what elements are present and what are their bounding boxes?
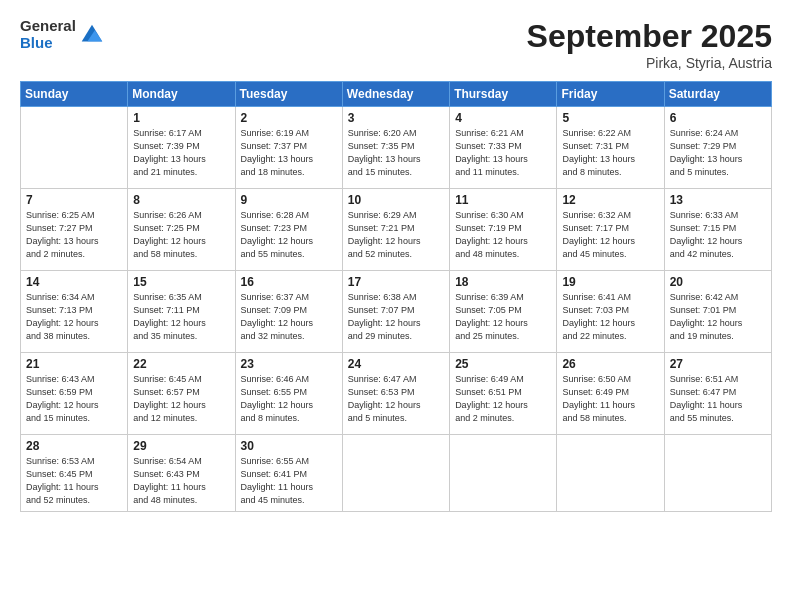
calendar-cell: 16Sunrise: 6:37 AMSunset: 7:09 PMDayligh…: [235, 271, 342, 353]
calendar-cell: 14Sunrise: 6:34 AMSunset: 7:13 PMDayligh…: [21, 271, 128, 353]
calendar-cell: 29Sunrise: 6:54 AMSunset: 6:43 PMDayligh…: [128, 435, 235, 512]
day-number: 13: [670, 193, 766, 207]
day-number: 11: [455, 193, 551, 207]
day-info: Sunrise: 6:35 AMSunset: 7:11 PMDaylight:…: [133, 291, 229, 343]
calendar-cell: 7Sunrise: 6:25 AMSunset: 7:27 PMDaylight…: [21, 189, 128, 271]
day-info: Sunrise: 6:26 AMSunset: 7:25 PMDaylight:…: [133, 209, 229, 261]
calendar-table: SundayMondayTuesdayWednesdayThursdayFrid…: [20, 81, 772, 512]
day-info: Sunrise: 6:21 AMSunset: 7:33 PMDaylight:…: [455, 127, 551, 179]
day-number: 29: [133, 439, 229, 453]
day-number: 24: [348, 357, 444, 371]
calendar-cell: 13Sunrise: 6:33 AMSunset: 7:15 PMDayligh…: [664, 189, 771, 271]
day-number: 2: [241, 111, 337, 125]
weekday-header-tuesday: Tuesday: [235, 82, 342, 107]
day-info: Sunrise: 6:28 AMSunset: 7:23 PMDaylight:…: [241, 209, 337, 261]
calendar-cell: [21, 107, 128, 189]
weekday-header-monday: Monday: [128, 82, 235, 107]
weekday-header-saturday: Saturday: [664, 82, 771, 107]
calendar-week-2: 7Sunrise: 6:25 AMSunset: 7:27 PMDaylight…: [21, 189, 772, 271]
day-number: 26: [562, 357, 658, 371]
day-number: 25: [455, 357, 551, 371]
day-number: 21: [26, 357, 122, 371]
calendar-cell: 4Sunrise: 6:21 AMSunset: 7:33 PMDaylight…: [450, 107, 557, 189]
calendar-cell: 18Sunrise: 6:39 AMSunset: 7:05 PMDayligh…: [450, 271, 557, 353]
header: General Blue September 2025 Pirka, Styri…: [20, 18, 772, 71]
day-number: 22: [133, 357, 229, 371]
calendar-cell: [342, 435, 449, 512]
day-info: Sunrise: 6:39 AMSunset: 7:05 PMDaylight:…: [455, 291, 551, 343]
calendar-header-row: SundayMondayTuesdayWednesdayThursdayFrid…: [21, 82, 772, 107]
calendar-cell: 28Sunrise: 6:53 AMSunset: 6:45 PMDayligh…: [21, 435, 128, 512]
calendar-cell: 6Sunrise: 6:24 AMSunset: 7:29 PMDaylight…: [664, 107, 771, 189]
day-info: Sunrise: 6:37 AMSunset: 7:09 PMDaylight:…: [241, 291, 337, 343]
calendar-cell: 22Sunrise: 6:45 AMSunset: 6:57 PMDayligh…: [128, 353, 235, 435]
location: Pirka, Styria, Austria: [527, 55, 772, 71]
day-number: 8: [133, 193, 229, 207]
day-number: 20: [670, 275, 766, 289]
calendar-cell: 17Sunrise: 6:38 AMSunset: 7:07 PMDayligh…: [342, 271, 449, 353]
calendar-cell: 26Sunrise: 6:50 AMSunset: 6:49 PMDayligh…: [557, 353, 664, 435]
day-number: 4: [455, 111, 551, 125]
day-number: 27: [670, 357, 766, 371]
day-number: 18: [455, 275, 551, 289]
day-info: Sunrise: 6:25 AMSunset: 7:27 PMDaylight:…: [26, 209, 122, 261]
calendar-cell: 19Sunrise: 6:41 AMSunset: 7:03 PMDayligh…: [557, 271, 664, 353]
calendar-cell: 27Sunrise: 6:51 AMSunset: 6:47 PMDayligh…: [664, 353, 771, 435]
day-info: Sunrise: 6:50 AMSunset: 6:49 PMDaylight:…: [562, 373, 658, 425]
day-info: Sunrise: 6:20 AMSunset: 7:35 PMDaylight:…: [348, 127, 444, 179]
day-info: Sunrise: 6:51 AMSunset: 6:47 PMDaylight:…: [670, 373, 766, 425]
calendar-week-3: 14Sunrise: 6:34 AMSunset: 7:13 PMDayligh…: [21, 271, 772, 353]
day-info: Sunrise: 6:49 AMSunset: 6:51 PMDaylight:…: [455, 373, 551, 425]
day-number: 30: [241, 439, 337, 453]
day-info: Sunrise: 6:34 AMSunset: 7:13 PMDaylight:…: [26, 291, 122, 343]
calendar-cell: 2Sunrise: 6:19 AMSunset: 7:37 PMDaylight…: [235, 107, 342, 189]
logo: General Blue: [20, 18, 106, 51]
calendar-cell: 8Sunrise: 6:26 AMSunset: 7:25 PMDaylight…: [128, 189, 235, 271]
day-info: Sunrise: 6:53 AMSunset: 6:45 PMDaylight:…: [26, 455, 122, 507]
calendar-cell: 5Sunrise: 6:22 AMSunset: 7:31 PMDaylight…: [557, 107, 664, 189]
day-number: 19: [562, 275, 658, 289]
logo-text: General Blue: [20, 18, 76, 51]
calendar-week-5: 28Sunrise: 6:53 AMSunset: 6:45 PMDayligh…: [21, 435, 772, 512]
day-number: 7: [26, 193, 122, 207]
weekday-header-wednesday: Wednesday: [342, 82, 449, 107]
title-block: September 2025 Pirka, Styria, Austria: [527, 18, 772, 71]
day-number: 23: [241, 357, 337, 371]
calendar-cell: [450, 435, 557, 512]
calendar-cell: 15Sunrise: 6:35 AMSunset: 7:11 PMDayligh…: [128, 271, 235, 353]
day-number: 28: [26, 439, 122, 453]
calendar-week-1: 1Sunrise: 6:17 AMSunset: 7:39 PMDaylight…: [21, 107, 772, 189]
day-number: 14: [26, 275, 122, 289]
day-info: Sunrise: 6:54 AMSunset: 6:43 PMDaylight:…: [133, 455, 229, 507]
day-number: 6: [670, 111, 766, 125]
weekday-header-sunday: Sunday: [21, 82, 128, 107]
calendar-cell: 11Sunrise: 6:30 AMSunset: 7:19 PMDayligh…: [450, 189, 557, 271]
day-info: Sunrise: 6:33 AMSunset: 7:15 PMDaylight:…: [670, 209, 766, 261]
day-number: 9: [241, 193, 337, 207]
logo-icon: [78, 21, 106, 49]
calendar-cell: 12Sunrise: 6:32 AMSunset: 7:17 PMDayligh…: [557, 189, 664, 271]
day-number: 1: [133, 111, 229, 125]
day-number: 12: [562, 193, 658, 207]
calendar-cell: [557, 435, 664, 512]
day-number: 15: [133, 275, 229, 289]
day-number: 5: [562, 111, 658, 125]
weekday-header-friday: Friday: [557, 82, 664, 107]
month-title: September 2025: [527, 18, 772, 55]
day-info: Sunrise: 6:42 AMSunset: 7:01 PMDaylight:…: [670, 291, 766, 343]
page: General Blue September 2025 Pirka, Styri…: [0, 0, 792, 612]
day-number: 3: [348, 111, 444, 125]
day-info: Sunrise: 6:55 AMSunset: 6:41 PMDaylight:…: [241, 455, 337, 507]
day-info: Sunrise: 6:47 AMSunset: 6:53 PMDaylight:…: [348, 373, 444, 425]
day-number: 16: [241, 275, 337, 289]
weekday-header-thursday: Thursday: [450, 82, 557, 107]
calendar-cell: 20Sunrise: 6:42 AMSunset: 7:01 PMDayligh…: [664, 271, 771, 353]
day-info: Sunrise: 6:32 AMSunset: 7:17 PMDaylight:…: [562, 209, 658, 261]
day-info: Sunrise: 6:17 AMSunset: 7:39 PMDaylight:…: [133, 127, 229, 179]
calendar-cell: 10Sunrise: 6:29 AMSunset: 7:21 PMDayligh…: [342, 189, 449, 271]
day-info: Sunrise: 6:24 AMSunset: 7:29 PMDaylight:…: [670, 127, 766, 179]
calendar-week-4: 21Sunrise: 6:43 AMSunset: 6:59 PMDayligh…: [21, 353, 772, 435]
day-info: Sunrise: 6:30 AMSunset: 7:19 PMDaylight:…: [455, 209, 551, 261]
calendar-cell: 21Sunrise: 6:43 AMSunset: 6:59 PMDayligh…: [21, 353, 128, 435]
calendar-cell: [664, 435, 771, 512]
